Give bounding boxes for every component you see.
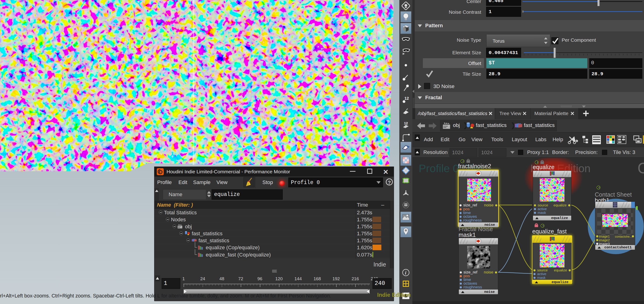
- svg-text:12: 12: [404, 96, 409, 101]
- svg-text:i: i: [405, 270, 406, 276]
- svg-text:12: 12: [404, 121, 408, 125]
